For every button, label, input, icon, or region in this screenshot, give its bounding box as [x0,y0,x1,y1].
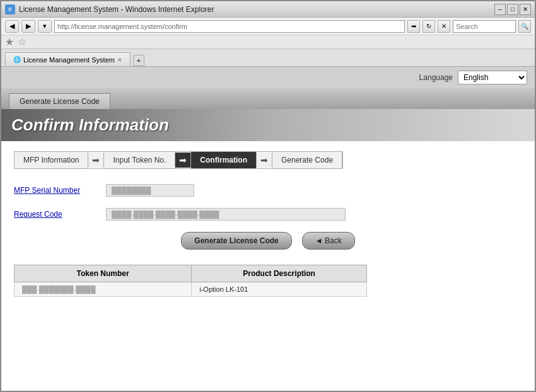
tab-bar: 🌐 License Management System ✕ + [1,49,535,67]
close-button[interactable]: ✕ [520,4,531,15]
col-token-header: Token Number [15,265,192,282]
token-table: Token Number Product Description ███-███… [14,265,367,297]
language-bar: Language English Japanese French German [1,67,535,88]
browser-icon: e [5,4,15,14]
browser-toolbar: ◀ ▶ ▾ ➡ ↻ ✕ 🔍 [1,18,535,35]
action-buttons: Generate License Code ◄ Back [14,232,522,250]
step-confirmation[interactable]: Confirmation [191,152,257,168]
address-bar[interactable] [54,20,405,33]
request-code-value: ████-████-████-████-████ [106,208,346,221]
page-title: Confirm Information [11,115,525,135]
back-nav-button[interactable]: ◀ [5,20,19,33]
window-frame: e License Management System - Windows In… [0,0,536,392]
language-select[interactable]: English Japanese French German [458,71,527,84]
window-title: License Management System - Windows Inte… [19,5,214,14]
search-go-button[interactable]: 🔍 [518,20,531,33]
search-input[interactable] [453,20,516,33]
generate-license-tab[interactable]: Generate License Code [9,93,110,109]
table-row: ███-███████-████ i-Option LK-101 [15,282,367,297]
serial-number-display: ████████ [112,187,151,194]
steps-wizard: MFP Information ➡ Input Token No. ➡ Conf… [14,151,343,169]
token-value: ███-███████-████ [22,285,95,293]
request-code-display: ████-████-████-████-████ [112,210,219,218]
browser-tab[interactable]: 🌐 License Management System ✕ [5,52,131,66]
title-bar-left: e License Management System - Windows In… [5,4,214,14]
step-generate-code[interactable]: Generate Code [272,152,342,168]
new-tab-button[interactable]: + [133,55,144,66]
step-mfp-info[interactable]: MFP Information [15,152,88,168]
main-content: MFP Information ➡ Input Token No. ➡ Conf… [1,141,535,307]
serial-number-value: ████████ [106,184,194,197]
request-code-label[interactable]: Request Code [14,210,96,219]
tab-icon: 🌐 [13,56,21,63]
app-tab-area: Generate License Code [1,88,535,109]
minimize-button[interactable]: – [494,4,506,15]
request-code-row: Request Code ████-████-████-████-████ [14,208,522,221]
product-cell: i-Option LK-101 [192,282,367,297]
language-label: Language [419,73,453,82]
restore-button[interactable]: □ [507,4,518,15]
generate-license-button[interactable]: Generate License Code [181,232,291,250]
tab-label: License Management System [23,56,115,64]
title-bar: e License Management System - Windows In… [1,1,535,18]
arrow-1: ➡ [88,153,104,168]
arrow-3: ➡ [257,153,272,168]
page-content: Language English Japanese French German … [1,67,535,391]
serial-number-row: MFP Serial Number ████████ [14,184,522,197]
serial-number-label[interactable]: MFP Serial Number [14,186,96,195]
favorites-bar: ★ ☆ [1,35,535,49]
title-bar-controls: – □ ✕ [494,4,531,15]
stop-button[interactable]: ✕ [438,20,450,33]
dropdown-nav-button[interactable]: ▾ [38,20,52,33]
refresh-button[interactable]: ↻ [422,20,435,33]
go-button[interactable]: ➡ [407,20,420,33]
token-cell: ███-███████-████ [15,282,192,297]
back-button[interactable]: ◄ Back [302,232,355,250]
page-heading-bar: Confirm Information [1,109,535,141]
app-tab-label: Generate License Code [20,97,100,106]
forward-nav-button[interactable]: ▶ [21,20,35,33]
favorites-add-icon: ☆ [18,36,26,48]
col-product-header: Product Description [192,265,367,282]
step-input-token[interactable]: Input Token No. [104,152,175,168]
arrow-2: ➡ [175,153,191,168]
favorites-star-icon: ★ [5,36,14,48]
tab-close-button[interactable]: ✕ [117,57,122,63]
